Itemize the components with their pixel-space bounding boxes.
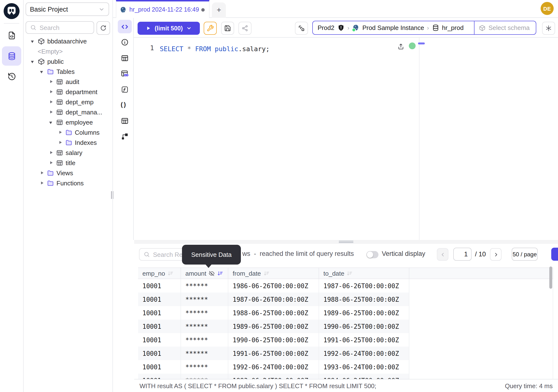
caret-right-icon[interactable] xyxy=(40,181,44,185)
table-cell[interactable]: ****** xyxy=(181,360,228,374)
table-cell[interactable]: ****** xyxy=(181,374,228,379)
tool-table-masked-button[interactable] xyxy=(118,67,132,80)
prev-page-button[interactable] xyxy=(437,248,448,261)
refresh-schema-button[interactable] xyxy=(96,21,110,35)
table-row[interactable]: 10001******1993-06-24T00:00:00Z1994-06-2… xyxy=(138,374,553,379)
editor-scrollbar-thumb[interactable] xyxy=(418,43,425,44)
tool-table-button[interactable] xyxy=(118,114,132,127)
sql-code-line[interactable]: SELECT * FROM public.salary; xyxy=(160,44,270,53)
tool-table-button[interactable] xyxy=(118,51,132,65)
caret-down-icon[interactable] xyxy=(49,120,53,125)
table-cell[interactable]: 1994-06-24T00:00:00Z xyxy=(319,374,409,379)
caret-down-icon[interactable] xyxy=(31,39,35,44)
table-cell[interactable]: 10001 xyxy=(138,293,181,306)
export-button-clipped[interactable] xyxy=(551,248,558,261)
table-row[interactable]: 10001******1992-06-24T00:00:00Z1993-06-2… xyxy=(138,360,553,374)
sidebar-search-input[interactable]: Search xyxy=(26,21,94,34)
table-cell[interactable]: 1986-06-26T00:00:00Z xyxy=(228,279,319,293)
schema-selector[interactable]: Select schema xyxy=(474,21,536,34)
tool-code-button[interactable] xyxy=(118,20,132,33)
rail-history-button[interactable] xyxy=(2,67,21,86)
tool-function-button[interactable] xyxy=(118,83,132,96)
editor-scrollbar-track[interactable] xyxy=(419,38,419,240)
sort-icon[interactable] xyxy=(263,270,270,276)
tool-info-button[interactable] xyxy=(118,35,132,49)
table-row[interactable]: 10001******1989-06-25T00:00:00Z1990-06-2… xyxy=(138,320,553,333)
upload-icon[interactable] xyxy=(397,43,404,50)
user-avatar[interactable]: DE xyxy=(541,2,554,15)
table-cell[interactable]: 10001 xyxy=(138,333,181,347)
sql-editor[interactable]: 1 SELECT * FROM public.salary; xyxy=(134,38,558,240)
table-cell[interactable]: 10001 xyxy=(138,374,181,379)
sidebar-resize-handle[interactable] xyxy=(111,191,113,199)
vertical-display-toggle[interactable] xyxy=(366,251,378,258)
table-cell[interactable]: 1991-06-25T00:00:00Z xyxy=(228,347,319,360)
caret-right-icon[interactable] xyxy=(58,130,63,135)
run-options-chevron-icon[interactable] xyxy=(186,26,192,31)
table-cell[interactable]: 1991-06-25T00:00:00Z xyxy=(319,333,409,347)
caret-right-icon[interactable] xyxy=(40,171,44,175)
page-size-select[interactable]: 50 / page xyxy=(512,248,538,261)
new-tab-button[interactable]: + xyxy=(212,2,226,18)
rail-database-button[interactable] xyxy=(2,46,21,66)
tree-item-title[interactable]: title xyxy=(23,158,113,168)
table-row[interactable]: 10001******1988-06-25T00:00:00Z1989-06-2… xyxy=(138,306,553,320)
table-cell[interactable]: 1989-06-25T00:00:00Z xyxy=(228,320,319,333)
tree-item-dept-emp[interactable]: dept_emp xyxy=(23,97,113,107)
panel-resize-handle[interactable] xyxy=(134,240,558,244)
table-cell[interactable]: 1988-06-25T00:00:00Z xyxy=(319,293,409,306)
tree-item-tables[interactable]: Tables xyxy=(23,67,113,77)
table-cell[interactable]: 1992-06-24T00:00:00Z xyxy=(228,360,319,374)
sort-icon[interactable] xyxy=(347,270,353,276)
caret-right-icon[interactable] xyxy=(49,90,53,94)
tab-hr-prod[interactable]: hr_prod 2024-11-22 16:49 xyxy=(116,0,209,18)
table-cell[interactable]: 10001 xyxy=(138,347,181,360)
table-cell[interactable]: 1993-06-24T00:00:00Z xyxy=(228,374,319,379)
connection-breadcrumb[interactable]: Prod2 › Prod Sample Instance › hr_prod S… xyxy=(312,21,536,35)
table-cell[interactable]: 1988-06-25T00:00:00Z xyxy=(228,306,319,320)
caret-right-icon[interactable] xyxy=(49,80,53,84)
tree-item-columns[interactable]: Columns xyxy=(23,127,113,138)
sort-icon[interactable] xyxy=(218,270,224,276)
table-cell[interactable]: 1992-06-24T00:00:00Z xyxy=(319,347,409,360)
tree-item-public[interactable]: public xyxy=(23,56,113,67)
table-cell[interactable]: 1989-06-25T00:00:00Z xyxy=(319,306,409,320)
tree-item-dept-mana-[interactable]: dept_mana... xyxy=(23,107,113,117)
caret-right-icon[interactable] xyxy=(49,100,53,104)
tree-item-indexes[interactable]: Indexes xyxy=(23,138,113,148)
connection-path[interactable]: Prod2 › Prod Sample Instance › hr_prod xyxy=(313,21,474,34)
results-scrollbar-thumb[interactable] xyxy=(549,267,552,289)
wrench-button[interactable] xyxy=(204,22,217,35)
rail-file-code-button[interactable] xyxy=(2,26,21,45)
column-header-emp_no[interactable]: emp_no xyxy=(138,268,181,279)
table-cell[interactable]: 10001 xyxy=(138,320,181,333)
table-cell[interactable]: ****** xyxy=(181,306,228,320)
caret-down-icon[interactable] xyxy=(31,59,35,64)
table-row[interactable]: 10001******1987-06-26T00:00:00Z1988-06-2… xyxy=(138,293,553,306)
tree-item-employee[interactable]: employee xyxy=(23,117,113,127)
caret-right-icon[interactable] xyxy=(49,161,53,165)
share-button[interactable] xyxy=(238,22,252,35)
table-cell[interactable]: 1987-06-26T00:00:00Z xyxy=(228,293,319,306)
table-cell[interactable]: ****** xyxy=(181,279,228,293)
column-header-from_date[interactable]: from_date xyxy=(228,268,319,279)
tree-item-bbdataarchive[interactable]: bbdataarchive xyxy=(23,36,113,46)
table-cell[interactable]: ****** xyxy=(181,293,228,306)
table-cell[interactable]: ****** xyxy=(181,320,228,333)
caret-right-icon[interactable] xyxy=(58,140,63,145)
table-cell[interactable]: 10001 xyxy=(138,279,181,293)
tool-schema-button[interactable] xyxy=(118,130,132,143)
table-cell[interactable]: 10001 xyxy=(138,360,181,374)
tree-item-views[interactable]: Views xyxy=(23,168,113,178)
table-cell[interactable]: 1990-06-25T00:00:00Z xyxy=(319,320,409,333)
next-page-button[interactable] xyxy=(490,248,502,261)
project-selector[interactable]: Basic Project xyxy=(26,2,109,16)
table-cell[interactable]: 1990-06-25T00:00:00Z xyxy=(228,333,319,347)
tree-item-department[interactable]: department xyxy=(23,87,113,97)
caret-right-icon[interactable] xyxy=(49,151,53,155)
table-cell[interactable]: 1987-06-26T00:00:00Z xyxy=(319,279,409,293)
column-header-amount[interactable]: amount xyxy=(181,268,228,279)
page-number-input[interactable]: 1 xyxy=(453,248,471,261)
tree-item-audit[interactable]: audit xyxy=(23,77,113,87)
app-logo-icon[interactable] xyxy=(3,2,20,20)
